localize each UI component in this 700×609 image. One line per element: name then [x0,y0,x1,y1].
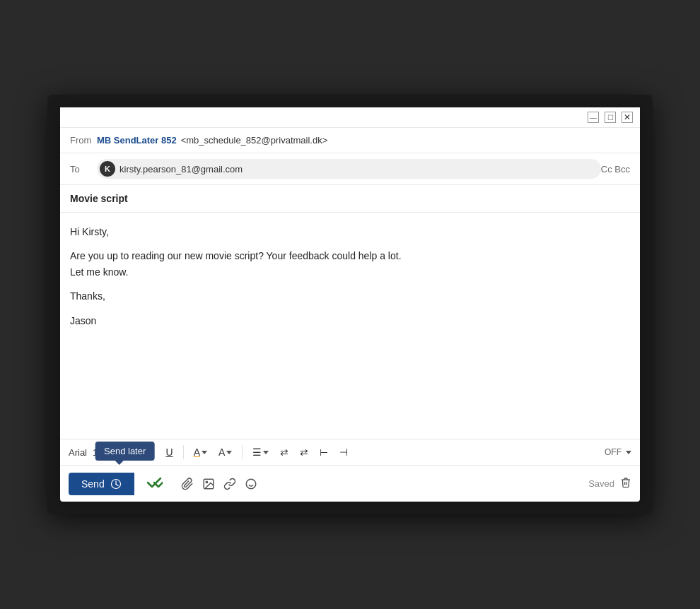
svg-point-5 [246,479,256,489]
subject-text: Movie script [70,193,128,204]
align-button[interactable]: ☰ [248,444,273,461]
svg-line-2 [116,484,118,485]
indent-decrease-icon: ⊢ [320,447,328,458]
paperclip-icon [181,478,194,490]
send-group: Send later Send [69,473,134,495]
from-row: From MB SendLater 852 <mb_schedule_852@p… [60,128,640,153]
highlight-label: A [218,447,225,458]
body-line2: Are you up to reading our new movie scri… [70,250,402,261]
body-paragraph: Are you up to reading our new movie scri… [70,248,630,280]
ordered-list-icon: ⇄ [280,447,288,458]
action-icons [181,478,257,490]
clock-icon [110,478,122,490]
highlight-chevron-icon [226,451,232,454]
from-info: MB SendLater 852 <mb_schedule_852@privat… [97,135,630,146]
close-button[interactable]: ✕ [622,112,633,123]
underline-button[interactable]: U [162,444,177,461]
body-thanks: Thanks, [70,288,630,304]
ordered-list-button[interactable]: ⇄ [276,444,293,461]
window-shadow: — ☐ ✕ From MB SendLater 852 <mb_schedule… [47,95,653,514]
email-body[interactable]: Hi Kirsty, Are you up to reading our new… [60,213,640,439]
saved-status: Saved [588,477,631,491]
font-color-chevron-icon [202,451,207,454]
recipient-chip[interactable]: K kirsty.pearson_81@gmail.com [97,159,601,179]
indent-increase-icon: ⊣ [339,447,348,458]
to-label: To [70,164,97,175]
link-button[interactable] [223,478,236,490]
attach-button[interactable] [181,478,194,490]
checkmark-icon [146,475,163,490]
link-icon [223,478,236,490]
align-icon: ☰ [252,447,262,458]
send-label: Send [81,478,105,490]
from-label: From [70,135,97,146]
toolbar-separator-3 [242,445,243,459]
cc-bcc-button[interactable]: Cc Bcc [601,164,630,175]
toolbar-separator-2 [183,445,184,459]
image-icon [202,478,215,490]
recipient-email: kirsty.pearson_81@gmail.com [119,164,243,175]
body-line3: Let me know. [70,266,129,278]
highlight-button[interactable]: A [214,444,236,461]
font-color-button[interactable]: A [189,444,211,461]
sender-email: <mb_schedule_852@privatmail.dk> [181,135,328,146]
font-color-label: A [194,447,200,458]
unordered-list-button[interactable]: ⇄ [296,444,313,461]
checkmark-button[interactable] [139,471,170,496]
to-row: To K kirsty.pearson_81@gmail.com Cc Bcc [60,153,640,185]
saved-label: Saved [588,478,614,489]
compose-window: — ☐ ✕ From MB SendLater 852 <mb_schedule… [60,107,640,502]
body-name: Jason [70,313,630,329]
delete-button[interactable] [620,477,631,491]
align-chevron-icon [263,451,269,454]
minimize-button[interactable]: — [588,112,599,123]
action-bar: Send later Send [60,465,640,502]
emoji-icon [245,478,257,490]
trash-icon [620,477,631,488]
indent-decrease-button[interactable]: ⊢ [315,444,332,461]
send-button[interactable]: Send [69,473,134,495]
sender-name: MB SendLater 852 [97,135,177,146]
title-bar-controls: — ☐ ✕ [588,112,633,123]
title-bar: — ☐ ✕ [60,107,640,128]
svg-point-4 [206,481,207,483]
maximize-button[interactable]: ☐ [605,112,616,123]
emoji-button[interactable] [245,478,257,490]
indent-increase-button[interactable]: ⊣ [335,444,352,461]
body-greeting: Hi Kirsty, [70,224,630,240]
send-later-tooltip: Send later [95,442,154,461]
off-chevron-icon [626,451,631,454]
off-label: OFF [605,447,622,457]
subject-row: Movie script [60,185,640,213]
font-selector[interactable]: Arial [69,447,87,458]
toolbar-right: OFF [605,447,631,457]
avatar: K [100,161,115,177]
image-button[interactable] [202,478,215,490]
unordered-list-icon: ⇄ [300,447,308,458]
